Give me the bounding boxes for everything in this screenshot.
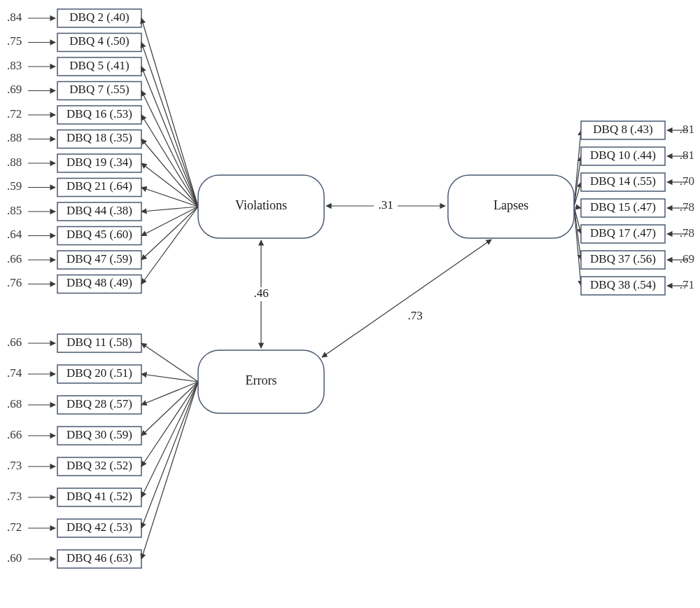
error-variance: .66 [7, 336, 22, 349]
error-variance: .72 [7, 520, 22, 534]
indicator-label: DBQ 18 (.35) [66, 131, 132, 144]
error-variance: .69 [7, 83, 22, 96]
error-variance: .68 [7, 397, 22, 410]
indicator-label: DBQ 11 (.58) [66, 336, 132, 349]
indicator-label: DBQ 14 (.55) [590, 174, 656, 188]
indicator-label: DBQ 7 (.55) [69, 83, 129, 96]
sem-path-diagram: .84DBQ 2 (.40).75DBQ 4 (.50).83DBQ 5 (.4… [0, 0, 700, 608]
error-variance: .69 [680, 252, 694, 265]
indicator-label: DBQ 2 (.40) [69, 11, 129, 24]
error-variance: .59 [7, 179, 22, 193]
error-variance: .66 [7, 252, 22, 265]
indicator-label: DBQ 5 (.41) [69, 59, 129, 72]
error-variance: .76 [7, 276, 22, 289]
corr-violations-lapses-value: .31 [378, 198, 393, 212]
error-variance: .88 [7, 156, 22, 169]
indicator-label: DBQ 44 (.38) [66, 204, 132, 217]
error-variance: .72 [7, 107, 22, 120]
indicator-label: DBQ 15 (.47) [590, 200, 656, 214]
error-variance: .73 [7, 459, 22, 472]
error-variance: .88 [7, 131, 22, 144]
error-variance: .78 [680, 226, 694, 240]
error-variance: .74 [7, 366, 22, 380]
error-variance: .81 [680, 123, 694, 136]
indicator-label: DBQ 37 (.56) [590, 252, 656, 265]
indicator-label: DBQ 45 (.60) [66, 228, 132, 241]
error-variance: .64 [7, 228, 22, 241]
latent-violations-label: Violations [235, 198, 287, 212]
indicator-label: DBQ 38 (.54) [590, 278, 656, 291]
indicator-label: DBQ 4 (.50) [69, 34, 129, 48]
loading-path [141, 382, 198, 497]
loading-path [141, 43, 198, 207]
loading-path [141, 207, 198, 284]
error-variance: .78 [680, 200, 694, 214]
error-variance: .60 [7, 551, 22, 565]
loading-path [574, 207, 581, 286]
indicator-label: DBQ 42 (.53) [66, 520, 132, 534]
corr-violations-errors-value: .46 [253, 286, 268, 300]
loading-path [141, 207, 198, 260]
error-variance: .70 [680, 174, 694, 188]
error-variance: .66 [7, 428, 22, 441]
loading-path [141, 382, 198, 405]
indicator-label: DBQ 47 (.59) [66, 252, 132, 265]
indicator-label: DBQ 41 (.52) [66, 490, 132, 503]
indicator-label: DBQ 17 (.47) [590, 226, 656, 240]
loading-path [141, 382, 198, 528]
error-variance: .71 [680, 278, 694, 291]
corr-errors-lapses [322, 240, 491, 357]
indicator-label: DBQ 21 (.64) [66, 179, 132, 193]
loading-path [141, 115, 198, 207]
error-variance: .84 [7, 11, 22, 24]
latent-lapses-label: Lapses [493, 198, 528, 212]
loading-path [141, 18, 198, 207]
loading-path [574, 156, 581, 207]
indicator-label: DBQ 48 (.49) [66, 276, 132, 289]
error-variance: .73 [7, 490, 22, 503]
error-variance: .83 [7, 59, 22, 72]
error-variance: .85 [7, 204, 22, 217]
loading-path [141, 343, 198, 382]
error-variance: .81 [680, 148, 694, 162]
loading-path [141, 67, 198, 207]
indicator-label: DBQ 32 (.52) [66, 459, 132, 472]
error-variance: .75 [7, 34, 22, 48]
indicator-label: DBQ 19 (.34) [66, 156, 132, 169]
indicator-label: DBQ 28 (.57) [66, 397, 132, 410]
indicator-label: DBQ 30 (.59) [66, 428, 132, 441]
latent-errors-label: Errors [246, 373, 277, 387]
loading-path [141, 374, 198, 382]
indicator-label: DBQ 10 (.44) [590, 148, 656, 162]
indicator-label: DBQ 8 (.43) [593, 123, 652, 136]
loading-path [574, 207, 581, 208]
indicator-label: DBQ 20 (.51) [66, 366, 132, 380]
corr-errors-lapses-value: .73 [407, 309, 422, 322]
indicator-label: DBQ 16 (.53) [66, 107, 132, 120]
indicator-label: DBQ 46 (.63) [66, 551, 132, 565]
